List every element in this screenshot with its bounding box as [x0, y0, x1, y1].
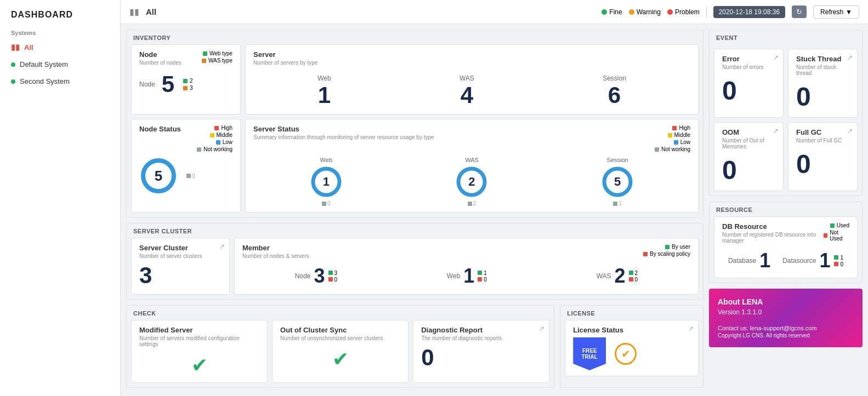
datasource-item: Datasource 1 1 0	[782, 249, 843, 272]
oom-ext-icon[interactable]: ↗	[773, 127, 779, 135]
member-node-counts: 3 0	[328, 270, 338, 283]
error-ext-icon[interactable]: ↗	[773, 54, 779, 61]
cluster-row: Server Cluster Number of server clusters…	[127, 238, 703, 299]
server-web-value: 1	[317, 82, 331, 108]
full-gc-ext-icon[interactable]: ↗	[847, 127, 853, 135]
diagnostic-ext-icon[interactable]: ↗	[539, 325, 544, 332]
error-title: Error	[722, 55, 764, 63]
ss-session-value: 5	[614, 175, 621, 189]
wa-red-dot	[629, 277, 633, 282]
ss-high-dot	[672, 126, 677, 130]
modified-server-subtitle: Number of servers modified configuration…	[139, 335, 259, 347]
not-used-dot	[824, 233, 827, 238]
node-value: 5	[162, 71, 174, 97]
cluster-label: SERVER CLUSTER	[127, 223, 703, 238]
member-was-label: WAS	[597, 272, 611, 280]
license-ext-icon[interactable]: ↗	[688, 325, 694, 332]
high-legend: High	[214, 125, 232, 131]
oom-value: 0	[722, 155, 775, 185]
ss-web-label: Web	[320, 157, 332, 163]
topbar: ▮▮ All Fine Warning Problem 2020-12-18 1…	[121, 0, 868, 24]
diagnostic-subtitle: The number of diagnostic reports	[421, 335, 502, 341]
resource-label: RESOURCE	[710, 202, 862, 216]
node-status-value: 5	[155, 168, 162, 185]
divider	[706, 7, 707, 18]
by-scaling-dot	[643, 252, 648, 256]
server-was-item: WAS 4	[459, 74, 474, 108]
database-value: 1	[759, 249, 770, 272]
member-node-item: Node 3 3 0	[295, 265, 337, 288]
error-subtitle: Number of errors	[722, 64, 764, 70]
w-green-dot	[478, 271, 482, 275]
cluster-ext-icon[interactable]: ↗	[219, 243, 225, 250]
right-panels: EVENT Error Number of errors ↗ 0	[709, 30, 863, 391]
about-title: About LENA	[718, 297, 854, 306]
node-card: Node Number of nodes Web type	[131, 44, 241, 114]
refresh-button[interactable]: Refresh ▼	[813, 5, 859, 19]
refresh-label: Refresh	[820, 8, 843, 16]
ss-middle-legend: Middle	[668, 132, 690, 138]
sidebar-item-all[interactable]: ▮▮ All	[0, 38, 120, 56]
ds-not-used-dot	[834, 262, 838, 266]
node-was-count: 3	[190, 85, 193, 91]
server-card: Server Number of servers by type Web 1 W…	[245, 44, 699, 114]
warning-dot	[629, 9, 634, 15]
ss-web-value: 1	[323, 175, 330, 189]
ss-was-count: 2	[468, 200, 476, 206]
stuck-thread-title: Stuck Thread	[796, 55, 849, 63]
license-section: LICENSE License Status ↗ FREE TRIAL	[560, 305, 704, 388]
license-check-icon: ✔	[615, 343, 637, 365]
topbar-datetime: 2020-12-18 19:08:36	[713, 6, 785, 18]
second-system-dot	[11, 79, 15, 84]
cluster-card-subtitle: Number of server clusters	[139, 253, 202, 259]
w-red-dot	[478, 277, 482, 282]
event-grid: Error Number of errors ↗ 0 Stuck Thread	[710, 44, 862, 196]
refresh-icon-button[interactable]: ↻	[792, 5, 807, 18]
server-status-subtitle: Summary information through monitoring o…	[253, 134, 434, 140]
ss-web-circle: 1	[310, 165, 343, 198]
server-status-card: Server Status Summary information throug…	[245, 119, 699, 213]
server-session-item: Session 6	[603, 74, 626, 108]
event-section: EVENT Error Number of errors ↗ 0	[709, 30, 863, 196]
sidebar-item-all-label: All	[24, 43, 33, 51]
stuck-ext-icon[interactable]: ↗	[847, 54, 853, 61]
out-of-cluster-card: Out of Cluster Sync Number of unsynchron…	[272, 320, 409, 383]
node-status-card: Node Status High Middle Low Not working	[131, 119, 241, 213]
node-card-body: Node 5 2 3	[139, 71, 232, 97]
sidebar-item-default[interactable]: Default System	[0, 56, 120, 73]
db-resource-card: DB Resource Number of registered DB reso…	[714, 216, 858, 278]
ss-was-item: WAS 2 2	[455, 157, 488, 206]
ss-was-label: WAS	[465, 157, 479, 163]
nw-dot	[186, 174, 191, 178]
stuck-thread-value: 0	[796, 82, 849, 112]
inventory-bottom-row: Node Status High Middle Low Not working	[127, 119, 703, 217]
member-node-label: Node	[295, 272, 311, 280]
about-contact: Contact us: lena-support@lgcns.com	[718, 325, 854, 331]
full-gc-title: Full GC	[796, 128, 842, 136]
member-body: Node 3 3 0 Web 1	[242, 265, 690, 288]
server-status-body: Web 1 0	[253, 157, 690, 206]
wa-green-dot	[629, 271, 633, 275]
cluster-card-title: Server Cluster	[139, 244, 202, 252]
stuck-thread-subtitle: Number of stuck thread	[796, 64, 849, 76]
check-label: CHECK	[127, 306, 554, 320]
out-of-cluster-subtitle: Number of unsynchronized server clusters	[280, 335, 400, 341]
ss-was-value: 2	[468, 175, 475, 189]
member-card-subtitle: Number of nodes & servers	[242, 253, 309, 259]
db-resource-title: DB Resource	[722, 222, 824, 231]
dashboard-layout: INVENTORY Node Number of nodes	[121, 24, 868, 396]
ss-high-legend: High	[672, 125, 690, 131]
out-of-cluster-icon: ✔	[280, 348, 400, 371]
server-was-value: 4	[459, 82, 474, 108]
n-red-dot	[328, 277, 333, 282]
member-node-value: 3	[314, 265, 325, 288]
sidebar-item-second[interactable]: Second System	[0, 73, 120, 90]
node-web-legend: Web type	[203, 50, 232, 56]
node-not-working: 0	[186, 173, 195, 179]
cluster-card: Server Cluster Number of server clusters…	[131, 238, 230, 295]
license-status-body: FREE TRIAL ✔	[573, 337, 690, 370]
about-version: Version 1.3.1.0	[718, 308, 854, 316]
error-value: 0	[722, 76, 775, 106]
server-card-title: Server	[253, 50, 690, 59]
ss-session-count: 1	[613, 200, 622, 206]
